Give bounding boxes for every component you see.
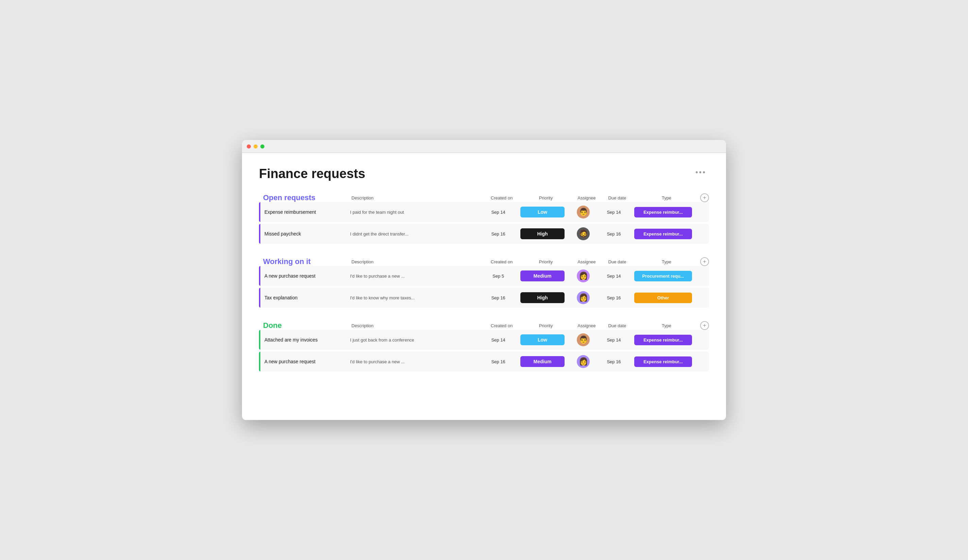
avatar: 👩	[577, 270, 590, 282]
row-created-on: Sep 16	[481, 295, 515, 300]
col-due-date: Due date	[600, 323, 634, 328]
col-created-on: Created on	[485, 323, 519, 328]
row-created-on: Sep 16	[481, 359, 515, 364]
page-title: Finance requests	[259, 167, 365, 181]
col-description: Description	[351, 196, 485, 200]
table-row[interactable]: Missed paycheck I didnt get the direct t…	[259, 224, 709, 244]
assignee-cell: 👩	[570, 291, 597, 304]
table-row[interactable]: A new purchase request I'd like to purch…	[259, 266, 709, 286]
row-name-cell: Expense reimbursement	[259, 202, 347, 222]
type-cell: Expense reimbur...	[631, 335, 695, 345]
col-assignee: Assignee	[573, 259, 600, 264]
row-name: Attached are my invoices	[260, 330, 322, 350]
type-cell: Other	[631, 293, 695, 303]
section-header-working: Working on it Description Created on Pri…	[259, 257, 709, 266]
col-created-on: Created on	[485, 259, 519, 264]
minimize-button[interactable]	[254, 144, 258, 149]
type-badge: Expense reimbur...	[634, 229, 692, 239]
type-cell: Expense reimbur...	[631, 356, 695, 367]
sections-container: Open requests Description Created on Pri…	[259, 193, 709, 371]
row-due-date: Sep 16	[597, 231, 631, 237]
type-badge: Other	[634, 293, 692, 303]
section-header-open: Open requests Description Created on Pri…	[259, 193, 709, 202]
row-name-cell: A new purchase request	[259, 266, 347, 286]
add-row-button[interactable]: +	[700, 321, 709, 330]
row-name-cell: Attached are my invoices	[259, 330, 347, 350]
title-bar	[242, 140, 726, 153]
assignee-cell: 🧔	[570, 227, 597, 240]
row-due-date: Sep 14	[597, 210, 631, 215]
row-created-on: Sep 16	[481, 231, 515, 237]
col-type: Type	[634, 323, 699, 328]
maximize-button[interactable]	[260, 144, 264, 149]
row-description: I just got back from a conference	[347, 338, 481, 343]
col-due-date: Due date	[600, 259, 634, 264]
priority-badge: Low	[520, 335, 565, 345]
table-row[interactable]: A new purchase request I'd like to purch…	[259, 352, 709, 371]
section-done: Done Description Created on Priority Ass…	[259, 321, 709, 371]
row-name: Expense reimbursement	[260, 202, 320, 222]
avatar-emoji: 🧔	[579, 229, 588, 238]
col-description: Description	[351, 323, 485, 328]
section-title-working: Working on it	[263, 257, 351, 266]
table-row[interactable]: Attached are my invoices I just got back…	[259, 330, 709, 350]
section-title-open: Open requests	[263, 193, 351, 202]
row-description: I'd like to know why more taxes...	[347, 295, 481, 300]
priority-cell: Low	[515, 207, 570, 217]
priority-badge: Medium	[520, 270, 565, 282]
avatar: 👨	[577, 333, 590, 346]
priority-cell: High	[515, 229, 570, 239]
section-working: Working on it Description Created on Pri…	[259, 257, 709, 308]
col-description: Description	[351, 259, 485, 264]
avatar-emoji: 👩	[579, 293, 588, 302]
assignee-cell: 👨	[570, 333, 597, 346]
row-created-on: Sep 14	[481, 210, 515, 215]
avatar: 👩	[577, 291, 590, 304]
app-window: Finance requests ••• Open requests Descr…	[242, 140, 726, 420]
col-type: Type	[634, 259, 699, 264]
main-content: Finance requests ••• Open requests Descr…	[242, 153, 726, 420]
add-row-button[interactable]: +	[700, 193, 709, 202]
row-name-cell: Missed paycheck	[259, 224, 347, 244]
row-name: A new purchase request	[260, 352, 320, 371]
priority-cell: Low	[515, 335, 570, 345]
row-due-date: Sep 14	[597, 273, 631, 278]
section-header-done: Done Description Created on Priority Ass…	[259, 321, 709, 330]
priority-cell: Medium	[515, 270, 570, 282]
row-created-on: Sep 5	[481, 273, 515, 278]
type-cell: Procurement requ...	[631, 271, 695, 282]
col-priority: Priority	[519, 323, 573, 328]
type-badge: Procurement requ...	[634, 271, 692, 282]
col-type: Type	[634, 196, 699, 200]
priority-cell: Medium	[515, 356, 570, 367]
close-button[interactable]	[247, 144, 251, 149]
avatar-emoji: 👩	[579, 357, 588, 366]
col-priority: Priority	[519, 259, 573, 264]
section-title-done: Done	[263, 321, 351, 330]
col-assignee: Assignee	[573, 323, 600, 328]
avatar: 👨	[577, 205, 590, 219]
priority-badge: High	[520, 292, 565, 303]
add-row-button[interactable]: +	[700, 257, 709, 266]
table-row[interactable]: Tax explanation I'd like to know why mor…	[259, 288, 709, 308]
row-description: I didnt get the direct transfer...	[347, 231, 481, 237]
row-name-cell: Tax explanation	[259, 288, 347, 308]
row-due-date: Sep 16	[597, 295, 631, 300]
assignee-cell: 👨	[570, 205, 597, 219]
row-due-date: Sep 16	[597, 359, 631, 364]
page-header: Finance requests •••	[259, 167, 709, 181]
row-name: A new purchase request	[260, 266, 320, 286]
priority-badge: Low	[520, 207, 565, 217]
row-name-cell: A new purchase request	[259, 352, 347, 371]
row-description: I'd like to purchase a new ...	[347, 273, 481, 278]
row-name: Missed paycheck	[260, 224, 305, 244]
more-options-button[interactable]: •••	[693, 167, 709, 178]
col-priority: Priority	[519, 196, 573, 200]
table-row[interactable]: Expense reimbursement I paid for the tea…	[259, 202, 709, 222]
type-cell: Expense reimbur...	[631, 229, 695, 239]
section-open: Open requests Description Created on Pri…	[259, 193, 709, 244]
col-due-date: Due date	[600, 196, 634, 200]
type-cell: Expense reimbur...	[631, 207, 695, 217]
priority-badge: Medium	[520, 356, 565, 367]
col-assignee: Assignee	[573, 196, 600, 200]
